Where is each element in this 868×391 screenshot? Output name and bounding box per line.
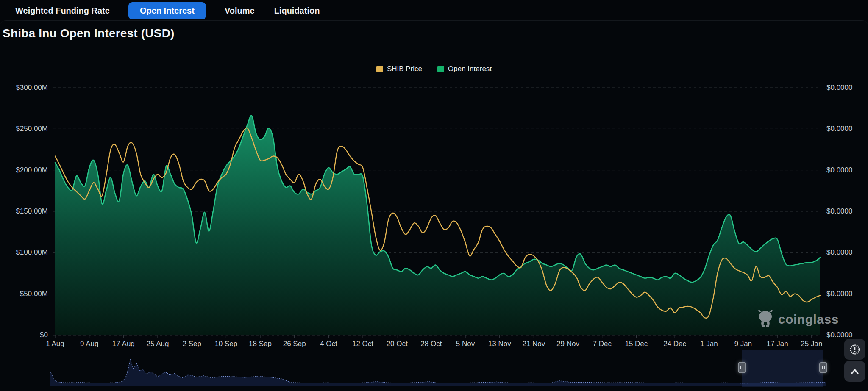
x-axis-label: 18 Sep <box>249 340 272 348</box>
chart-canvas[interactable] <box>0 0 868 391</box>
x-axis-label: 17 Jan <box>767 340 788 348</box>
y-axis-label-right: $0.0000 <box>826 331 852 339</box>
chart-card: Shiba Inu Open Interest (USD) SHIB Price… <box>0 20 868 391</box>
x-axis-label: 29 Nov <box>556 340 579 348</box>
badge-exclamation-icon <box>849 343 861 356</box>
navigator-left-handle[interactable] <box>738 362 746 373</box>
chevron-up-icon <box>849 365 861 378</box>
y-axis-label-left: $200.00M <box>10 166 48 175</box>
x-axis-label: 26 Sep <box>283 340 306 348</box>
x-axis-label: 20 Oct <box>387 340 408 348</box>
y-axis-label-left: $0 <box>10 331 48 339</box>
y-axis-label-left: $250.00M <box>10 125 48 133</box>
x-axis-label: 25 Jan <box>801 340 822 348</box>
x-axis-label: 2 Sep <box>182 340 201 348</box>
settings-button[interactable] <box>844 339 865 360</box>
x-axis-label: 4 Oct <box>320 340 337 348</box>
y-axis-label-right: $0.0000 <box>826 290 852 298</box>
navigator-selection-region[interactable] <box>742 350 823 387</box>
x-axis-label: 15 Dec <box>625 340 648 348</box>
x-axis-label: 1 Aug <box>46 340 64 348</box>
x-axis-label: 9 Jan <box>734 340 752 348</box>
collapse-button[interactable] <box>844 361 865 382</box>
y-axis-label-left: $100.00M <box>10 248 48 257</box>
x-axis-label: 7 Dec <box>593 340 612 348</box>
x-axis-label: 5 Nov <box>456 340 475 348</box>
x-axis-label: 28 Oct <box>420 340 442 348</box>
navigator-right-handle[interactable] <box>819 362 827 373</box>
x-axis-label: 13 Nov <box>488 340 511 348</box>
y-axis-label-right: $0.0000 <box>826 166 852 175</box>
x-axis-label: 1 Jan <box>700 340 718 348</box>
y-axis-label-right: $0.0000 <box>826 207 852 216</box>
watermark-label: coinglass <box>778 312 839 327</box>
x-axis-label: 25 Aug <box>147 340 169 348</box>
y-axis-label-right: $0.0000 <box>826 83 852 92</box>
y-axis-label-left: $50.00M <box>10 290 48 298</box>
x-axis-label: 9 Aug <box>80 340 99 348</box>
y-axis-label-left: $300.00M <box>10 83 48 92</box>
x-axis-label: 24 Dec <box>663 340 686 348</box>
y-axis-label-right: $0.0000 <box>826 125 852 133</box>
x-axis-label: 12 Oct <box>352 340 373 348</box>
x-axis-label: 21 Nov <box>522 340 545 348</box>
x-axis-label: 17 Aug <box>112 340 135 348</box>
coinglass-bull-icon <box>757 310 774 329</box>
x-axis-label: 10 Sep <box>214 340 237 348</box>
y-axis-label-left: $150.00M <box>10 207 48 216</box>
y-axis-label-right: $0.0000 <box>826 248 852 257</box>
coinglass-watermark: coinglass <box>757 310 839 329</box>
coinglass-open-interest-page: Weighted Funding RateOpen InterestVolume… <box>0 0 868 391</box>
